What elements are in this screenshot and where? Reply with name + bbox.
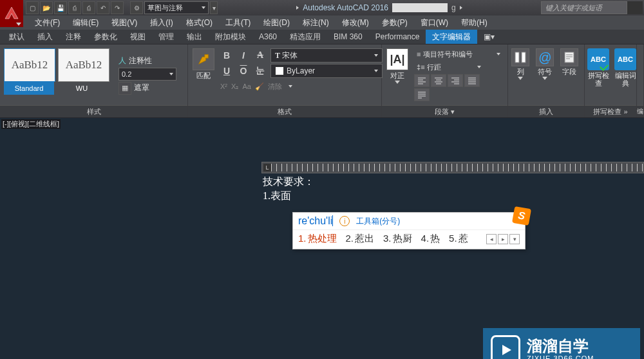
menu-help[interactable]: 帮助(H)	[455, 16, 494, 30]
doc-menu-icon[interactable]	[460, 6, 462, 10]
style-preview-wu[interactable]: AaBb12	[58, 48, 109, 82]
text-ruler[interactable]: L	[261, 162, 644, 173]
tab-manage[interactable]: 管理	[152, 30, 180, 44]
svg-rect-0	[515, 52, 519, 63]
italic-button[interactable]: I	[237, 50, 250, 61]
color-selector[interactable]: ByLayer	[270, 64, 383, 78]
qat-plot-icon[interactable]: ⎙	[82, 1, 95, 14]
tab-insert[interactable]: 插入	[31, 30, 59, 44]
menu-insert[interactable]: 插入(I)	[144, 16, 179, 30]
gear-icon[interactable]: ⚙	[130, 1, 143, 14]
viewport-controls[interactable]: [-][俯视][二维线框]	[1, 119, 61, 129]
align-right-icon[interactable]	[448, 74, 463, 87]
ime-candidate-5[interactable]: 5.惹	[449, 233, 468, 245]
qat-saveas-icon[interactable]: ⎙	[68, 1, 81, 14]
symbol-button[interactable]: @ 符号	[534, 47, 556, 102]
tab-view[interactable]: 视图	[124, 30, 152, 44]
font-selector[interactable]: T 宋体	[270, 48, 383, 63]
strike-button[interactable]: A	[254, 50, 267, 61]
ime-candidate-1[interactable]: 1.热处理	[298, 233, 337, 245]
app-logo[interactable]	[0, 0, 23, 27]
tab-overflow-icon[interactable]: ▣▾	[477, 30, 501, 44]
menu-window[interactable]: 窗口(W)	[414, 16, 455, 30]
ime-candidate-3[interactable]: 3.热厨	[383, 233, 412, 245]
text-height-input[interactable]: 0.2	[118, 68, 176, 81]
menu-edit[interactable]: 编辑(E)	[66, 16, 105, 30]
field-button[interactable]: 字段	[558, 47, 580, 102]
tab-bim360[interactable]: BIM 360	[327, 30, 369, 44]
justify-button[interactable]: |A| 对正	[384, 47, 410, 102]
match-button[interactable]: 匹配	[191, 47, 216, 102]
ime-next-icon[interactable]: ▸	[498, 234, 508, 244]
superscript-button[interactable]: X²	[220, 82, 227, 90]
qat-expand-icon[interactable]: ▾	[210, 1, 218, 14]
tab-default[interactable]: 默认	[3, 30, 31, 44]
overline-button[interactable]: O	[237, 66, 250, 76]
annotative-icon: 人	[118, 55, 126, 66]
tab-stop-icon[interactable]: L	[263, 164, 271, 171]
menu-format[interactable]: 格式(O)	[180, 16, 219, 30]
spellcheck-panel-title: 拼写检查 »	[585, 105, 636, 117]
qat-new-icon[interactable]: ▢	[26, 1, 39, 14]
drawing-viewport[interactable]: [-][俯视][二维线框] L 技术要求： 1.表面 S re'chu'li i…	[0, 118, 644, 359]
tab-performance[interactable]: Performance	[369, 30, 426, 44]
ime-more-icon[interactable]: ▾	[509, 234, 520, 244]
mask-button[interactable]: ▦ 遮罩	[118, 82, 176, 95]
qat-undo-icon[interactable]: ↶	[97, 1, 109, 14]
paragraph-panel-title: 段落 ▾	[382, 105, 507, 117]
spellcheck-panel: ABC 拼写检查 ABC 编辑词典 拼写检查 »	[585, 44, 637, 117]
qat-save-icon[interactable]: 💾	[54, 1, 67, 14]
watermark: 溜溜自学 ZIXUE.3D66.COM	[483, 328, 640, 359]
linespace-button[interactable]: ‡≡ 行距	[414, 61, 484, 73]
menu-tools[interactable]: 工具(T)	[219, 16, 257, 30]
ime-toolbox-link[interactable]: 工具箱(分号)	[356, 216, 400, 227]
subscript-button[interactable]: X₂	[231, 82, 238, 91]
info-icon[interactable]: i	[339, 216, 350, 226]
document-name	[392, 3, 448, 12]
menu-parametric[interactable]: 参数(P)	[375, 16, 414, 30]
bold-button[interactable]: B	[220, 50, 233, 61]
ime-prev-icon[interactable]: ◂	[486, 234, 497, 244]
qat-redo-icon[interactable]: ↷	[111, 1, 124, 14]
align-center-icon[interactable]	[431, 74, 446, 87]
style-name-wu[interactable]: WU	[57, 82, 107, 95]
tab-annotate[interactable]: 注释	[59, 30, 88, 44]
font-button[interactable]: 눈	[254, 65, 267, 77]
help-search-input[interactable]: 键入关键字或短语	[541, 1, 627, 14]
menu-view[interactable]: 视图(V)	[105, 16, 144, 30]
qat-open-icon[interactable]: 📂	[40, 1, 53, 14]
menu-draw[interactable]: 绘图(D)	[257, 16, 296, 30]
workspace-selector[interactable]: 草图与注释	[144, 1, 209, 14]
menu-modify[interactable]: 修改(M)	[336, 16, 375, 30]
tab-addins[interactable]: 附加模块	[209, 30, 252, 44]
dictionary-button[interactable]: ABC 编辑词典	[613, 47, 638, 102]
infocenter-icon[interactable]	[627, 1, 643, 14]
spellcheck-button[interactable]: ABC 拼写检查	[586, 47, 611, 102]
case-button[interactable]: Aa	[242, 82, 251, 90]
sogou-logo-icon[interactable]: S	[512, 206, 531, 226]
align-left-icon[interactable]	[414, 74, 430, 87]
align-dist-icon[interactable]	[414, 88, 430, 101]
annotative-toggle[interactable]: 人 注释性	[118, 55, 176, 66]
tab-output[interactable]: 输出	[180, 30, 209, 44]
underline-button[interactable]: U	[220, 66, 233, 76]
clear-format-button[interactable]: 清除	[268, 82, 282, 92]
tab-a360[interactable]: A360	[252, 30, 283, 44]
find-button[interactable]: 📏	[639, 47, 644, 102]
style-name-standard[interactable]: Standard	[4, 82, 54, 95]
svg-rect-2	[565, 52, 574, 63]
ime-candidate-4[interactable]: 4.热	[421, 233, 440, 245]
ribbon: AaBb12 AaBb12 Standard WU 人 注释性 0.2 ▦ 遮罩	[0, 44, 644, 118]
ime-candidate-2[interactable]: 2.惹出	[346, 233, 375, 245]
menu-file[interactable]: 文件(F)	[28, 16, 66, 30]
bullets-button[interactable]: ≡ 项目符号和编号	[414, 48, 503, 60]
tab-featured[interactable]: 精选应用	[283, 30, 327, 44]
mtext-editor[interactable]: 技术要求： 1.表面	[261, 173, 393, 204]
tab-parametric[interactable]: 参数化	[88, 30, 124, 44]
tab-text-editor[interactable]: 文字编辑器	[426, 30, 477, 44]
columns-button[interactable]: 列	[509, 47, 531, 102]
menu-dimension[interactable]: 标注(N)	[296, 16, 336, 30]
play-icon[interactable]	[296, 6, 299, 10]
style-preview-standard[interactable]: AaBb12	[4, 48, 55, 82]
align-justify-icon[interactable]	[464, 74, 480, 87]
